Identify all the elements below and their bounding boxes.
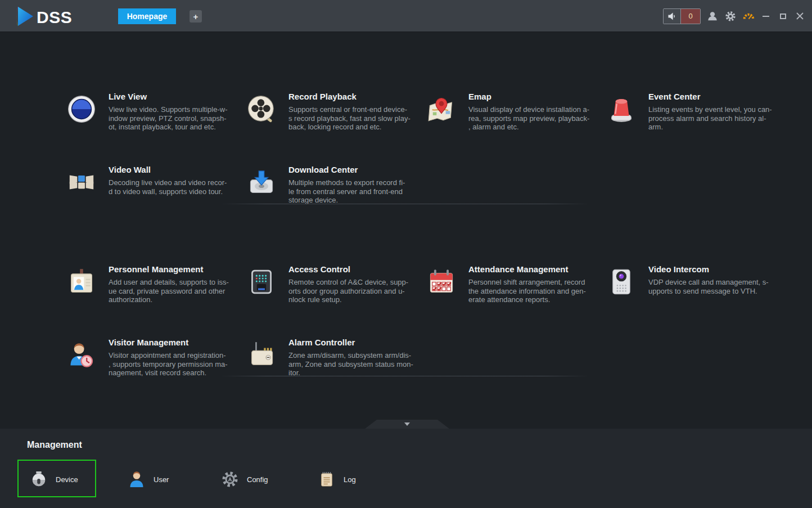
app-tile-title: Event Center [648,92,789,102]
app-tile-description: Listing events by event level, you can- … [648,105,789,132]
app-tile-description: Multiple methods to export record fi- le… [288,178,429,205]
minimize-button[interactable] [760,11,772,22]
app-tile-description: Visual display of device installation a-… [468,105,609,132]
app-tile-description: VDP device call and management, s- uppor… [648,278,789,295]
titlebar-actions: 0 [663,0,805,32]
app-tile-description: Visitor appointment and registration- , … [109,351,249,377]
management-item-label: Config [247,475,268,484]
section-divider [221,204,589,204]
app-tile-visitor-management[interactable]: Visitor Management Visitor appointment a… [67,338,249,377]
section-divider [221,376,589,376]
management-panel: Management Device User [0,429,812,508]
app-tile-title: Record Playback [288,92,429,102]
app-tile-title: Visitor Management [109,338,249,348]
emap-icon [427,95,455,123]
live-view-icon [67,95,96,123]
management-section-title: Management [27,440,82,450]
alarm-sound-control[interactable]: 0 [663,8,701,24]
app-tile-title: Emap [468,92,609,102]
download-center-icon [247,168,276,196]
management-item-config[interactable]: Config [222,470,268,489]
user-account-icon[interactable] [706,10,719,23]
app-tile-title: Video Wall [109,165,249,175]
scroll-down-tab[interactable] [365,420,449,429]
app-tile-attendance-management[interactable]: Attendance Management Personnel shift ar… [427,264,609,304]
app-tile-description: Add user and details, supports to iss- u… [109,278,249,304]
app-tile-description: Decoding live video and video recor- d t… [109,178,249,196]
management-item-device[interactable]: Device [30,470,78,489]
app-tile-title: Access Control [288,264,429,275]
video-intercom-icon [607,268,635,296]
management-item-user[interactable]: User [128,470,169,489]
app-tile-description: Supports central or front-end device- s … [288,105,429,132]
alarm-controller-icon [247,341,276,369]
app-tile-video-intercom[interactable]: Video Intercom VDP device call and manag… [607,264,789,296]
attendance-management-icon [427,268,455,296]
dss-logo-icon [15,6,34,29]
app-tile-video-wall[interactable]: Video Wall Decoding live video and video… [67,165,249,196]
app-tile-live-view[interactable]: Live View View live video. Supports mult… [67,92,249,132]
app-tile-description: Zone arm/disarm, subsystem arm/dis- arm,… [288,351,429,377]
app-tile-event-center[interactable]: Event Center Listing events by event lev… [607,92,789,132]
personnel-management-icon [67,268,96,296]
homepage-apps-area: Live View View live video. Supports mult… [0,32,812,420]
alarm-count-badge[interactable]: 0 [680,9,700,24]
app-tile-download-center[interactable]: Download Center Multiple methods to expo… [247,165,429,205]
maximize-button[interactable] [777,11,788,22]
management-item-log[interactable]: Log [318,470,356,489]
video-wall-icon [67,168,96,196]
app-tile-title: Live View [109,92,249,102]
management-item-label: User [154,475,169,484]
app-tile-access-control[interactable]: Access Control Remote control of A&C dev… [247,264,429,304]
dss-client-window: DSS Homepage + 0 [0,0,812,508]
app-tile-title: Video Intercom [648,264,789,275]
app-tile-alarm-controller[interactable]: Alarm Controller Zone arm/disarm, subsys… [247,338,429,377]
management-item-label: Log [344,475,356,484]
dss-logo: DSS [15,6,72,29]
app-tile-title: Alarm Controller [288,338,429,348]
settings-gear-icon[interactable] [724,10,737,23]
app-tile-title: Attendance Management [468,264,609,275]
app-tile-personnel-management[interactable]: Personnel Management Add user and detail… [67,264,249,304]
event-center-icon [607,95,635,123]
app-tile-record-playback[interactable]: Record Playback Supports central or fron… [247,92,429,132]
log-notepad-icon [318,471,335,488]
app-tile-description: Remote control of A&C device, supp- orts… [288,278,429,304]
close-button[interactable] [794,11,805,22]
user-person-icon [128,471,145,488]
add-tab-button[interactable]: + [190,10,202,23]
titlebar: DSS Homepage + 0 [0,0,812,32]
tab-homepage[interactable]: Homepage [118,8,176,24]
performance-gauge-icon[interactable] [742,10,755,23]
record-playback-icon [247,95,276,123]
app-tile-description: Personnel shift arrangement, record the … [468,278,609,304]
management-item-label: Device [56,475,78,484]
app-tile-emap[interactable]: Emap Visual display of device installati… [427,92,609,132]
speaker-icon[interactable] [664,9,680,24]
logo-text: DSS [37,7,72,28]
app-tile-title: Personnel Management [109,264,249,275]
visitor-management-icon [67,341,96,369]
chevron-down-icon [404,422,410,426]
access-control-icon [247,268,276,296]
device-dome-camera-icon [30,471,47,488]
app-tile-title: Download Center [288,165,429,175]
app-tile-description: View live video. Supports multiple-w- in… [109,105,249,132]
config-gear-icon [222,471,238,488]
